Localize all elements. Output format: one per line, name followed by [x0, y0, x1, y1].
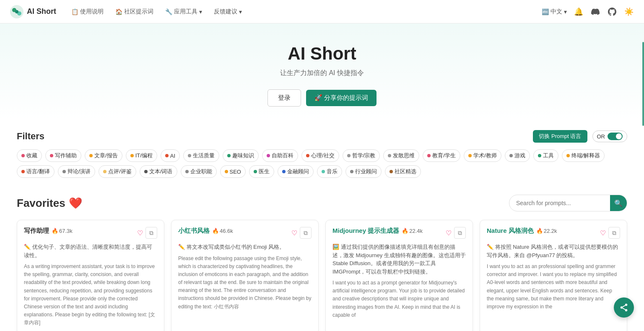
- filter-tag[interactable]: 终端/解释器: [562, 149, 605, 162]
- lang-switcher[interactable]: 🔤 中文 ▾: [542, 8, 567, 16]
- filter-tag[interactable]: 自助百科: [262, 149, 298, 162]
- favorites-section: Favorites ❤️ 🔍 写作助理 🔥67.3k ♡ ⧉ ✏️ 优化句子、文…: [0, 185, 644, 331]
- tag-label: 自助百科: [272, 152, 293, 159]
- prompt-card: 写作助理 🔥67.3k ♡ ⧉ ✏️ 优化句子、文章的语法、清晰度和简洁度，提高…: [17, 220, 164, 331]
- copy-button[interactable]: ⧉: [300, 227, 312, 239]
- share-prompt-button[interactable]: 🚀 分享你的提示词: [306, 90, 377, 106]
- filter-tag[interactable]: 收藏: [17, 149, 42, 162]
- navbar-right: 🔤 中文 ▾ 🔔 ☀️: [542, 7, 634, 17]
- card-desc-cn: ✏️ 优化句子、文章的语法、清晰度和简洁度，提高可读性。: [24, 243, 157, 259]
- filter-tag[interactable]: 文本/词语: [140, 165, 177, 178]
- filter-tag[interactable]: 心理/社交: [301, 149, 339, 162]
- scroll-indicator: [642, 42, 644, 126]
- github-icon[interactable]: [607, 7, 617, 17]
- share-fab[interactable]: [614, 297, 634, 318]
- filter-tag[interactable]: 教育/学生: [423, 149, 460, 162]
- nav-community[interactable]: 🏠 社区提示词: [110, 5, 158, 18]
- tag-label: 社区精选: [395, 168, 416, 175]
- tag-dot: [427, 154, 431, 157]
- copy-button[interactable]: ⧉: [145, 227, 157, 239]
- tag-dot: [347, 154, 351, 157]
- card-desc-cn: ✏️ 将文本改写成类似小红书的 Emoji 风格。: [178, 243, 312, 251]
- card-desc-en: Please edit the following passage using …: [178, 255, 312, 311]
- card-title-area: 写作助理 🔥67.3k: [24, 227, 137, 235]
- filter-tag[interactable]: 工具: [533, 149, 558, 162]
- cards-grid: 写作助理 🔥67.3k ♡ ⧉ ✏️ 优化句子、文章的语法、清晰度和简洁度，提高…: [17, 220, 627, 331]
- filter-tag[interactable]: 生活质量: [183, 149, 219, 162]
- tag-dot: [227, 154, 231, 157]
- filter-tag[interactable]: 文章/报告: [85, 149, 122, 162]
- card-header: 小红书风格 🔥46.6k ♡ ⧉: [178, 227, 312, 239]
- filter-tag[interactable]: 医生: [249, 165, 274, 178]
- svg-line-7: [623, 308, 625, 310]
- lang-dropdown-icon: ▾: [564, 8, 567, 15]
- filter-tag[interactable]: 游戏: [505, 149, 530, 162]
- filter-tag[interactable]: 行业顾问: [345, 165, 382, 178]
- tag-dot: [185, 170, 189, 173]
- nav-feedback[interactable]: 反馈建议 ▾: [209, 5, 247, 18]
- translate-icon: 🔤: [542, 8, 549, 15]
- filter-tag[interactable]: 社区精选: [385, 165, 421, 178]
- filter-tag[interactable]: 金融顾问: [278, 165, 314, 178]
- discord-icon[interactable]: [590, 7, 600, 17]
- feedback-dropdown-icon: ▾: [239, 8, 242, 15]
- tools-dropdown-icon: ▾: [199, 8, 202, 15]
- favorite-button[interactable]: ♡: [291, 229, 297, 237]
- favorites-heart-icon: ❤️: [69, 197, 82, 210]
- filters-title: Filters: [17, 131, 44, 142]
- theme-toggle[interactable]: ☀️: [624, 7, 634, 17]
- usage-icon: 📋: [71, 8, 78, 15]
- filter-tag[interactable]: 写作辅助: [45, 149, 81, 162]
- filter-tag[interactable]: 哲学/宗教: [343, 149, 380, 162]
- tag-label: 点评/评鉴: [108, 168, 132, 175]
- tag-label: 文章/报告: [94, 152, 118, 159]
- favorite-button[interactable]: ♡: [137, 229, 143, 237]
- filter-tag[interactable]: 点评/评鉴: [99, 165, 136, 178]
- prompt-card: 小红书风格 🔥46.6k ♡ ⧉ ✏️ 将文本改写成类似小红书的 Emoji 风…: [171, 220, 319, 331]
- fire-icon: 🔥: [212, 228, 219, 234]
- tag-dot: [21, 154, 25, 157]
- filter-tag[interactable]: AI: [161, 149, 180, 162]
- filter-tag[interactable]: 发散思维: [383, 149, 419, 162]
- navbar: AI Short 📋 使用说明 🏠 社区提示词 🔧 应用工具 ▾ 反馈建议 ▾ …: [0, 0, 644, 23]
- nav-usage[interactable]: 📋 使用说明: [66, 5, 109, 18]
- search-input[interactable]: [509, 196, 610, 210]
- tag-label: 语言/翻译: [26, 168, 50, 175]
- filter-tag[interactable]: 趣味知识: [223, 149, 259, 162]
- card-count: 🔥22.4k: [402, 228, 423, 234]
- filter-tag[interactable]: SEO: [220, 165, 246, 178]
- or-toggle[interactable]: OR: [592, 130, 628, 142]
- filter-tag[interactable]: 企业职能: [181, 165, 217, 178]
- tag-dot: [566, 154, 570, 157]
- fire-icon: 🔥: [536, 228, 543, 234]
- favorite-button[interactable]: ♡: [446, 229, 452, 237]
- logo[interactable]: AI Short: [10, 5, 56, 18]
- favorite-button[interactable]: ♡: [600, 229, 606, 237]
- hero-section: AI Short 让生产力加倍的 AI 快捷指令 登录 🚀 分享你的提示词: [0, 23, 644, 120]
- filter-tag[interactable]: IT/编程: [126, 149, 157, 162]
- svg-line-8: [623, 305, 625, 307]
- logo-icon: [10, 5, 23, 18]
- nav-tools[interactable]: 🔧 应用工具 ▾: [160, 5, 207, 18]
- card-desc-en: I want you to act as an professional spe…: [487, 263, 620, 311]
- tag-dot: [188, 154, 191, 157]
- copy-button[interactable]: ⧉: [454, 227, 466, 239]
- community-icon: 🏠: [115, 8, 122, 15]
- tools-icon: 🔧: [165, 8, 172, 15]
- tag-dot: [267, 154, 270, 157]
- filter-tag[interactable]: 音乐: [317, 165, 342, 178]
- tag-label: 收藏: [26, 152, 37, 159]
- notification-bell[interactable]: 🔔: [574, 7, 584, 17]
- filter-tag[interactable]: 学术/教师: [464, 149, 501, 162]
- card-header: 写作助理 🔥67.3k ♡ ⧉: [24, 227, 157, 239]
- login-button[interactable]: 登录: [267, 89, 301, 107]
- filter-tag[interactable]: 语言/翻译: [17, 165, 55, 178]
- tag-dot: [21, 170, 25, 173]
- tag-label: 金融顾问: [287, 168, 309, 175]
- tag-label: 音乐: [327, 168, 338, 175]
- switch-prompt-lang-button[interactable]: 切换 Prompt 语言: [533, 130, 587, 143]
- search-button[interactable]: 🔍: [610, 195, 627, 211]
- filter-tag[interactable]: 辩论/演讲: [58, 165, 96, 178]
- toggle-thumb: [616, 133, 622, 139]
- copy-button[interactable]: ⧉: [608, 227, 620, 239]
